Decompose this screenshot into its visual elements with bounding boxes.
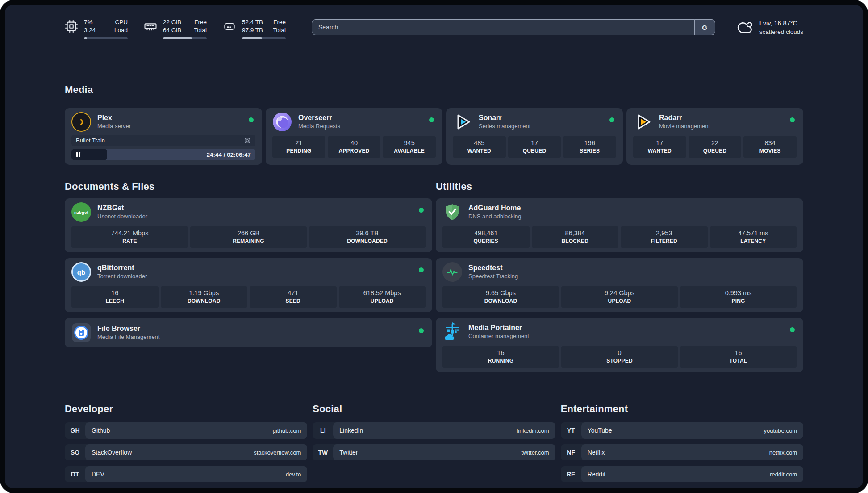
search-input[interactable] [312,19,715,35]
disk-labels: FreeTotal [273,18,286,34]
link-name: StackOverflow [92,449,132,456]
link-row-youtube[interactable]: YT YouTube youtube.com [561,422,803,439]
link-abbrev: NF [561,444,581,460]
app-card-sonarr[interactable]: Sonarr Series management 485 WANTED 17 Q… [446,108,623,165]
link-row-reddit[interactable]: RE Reddit reddit.com [561,466,803,482]
header-bar: 7%3.24 CPULoad [65,18,803,39]
section-documents: Documents & Files nzbget NZBGet Usenet d… [65,181,432,372]
section-title-developer: Developer [65,403,307,415]
app-title: AdGuard Home [468,204,522,213]
stat-value: 196 [564,139,615,147]
app-title: NZBGet [97,204,147,213]
stat-label: TOTAL [681,357,796,364]
link-row-dev[interactable]: DT DEV dev.to [65,466,307,482]
weather-location-temp: Lviv, 16.87°C [760,19,803,28]
stat-label: REMAINING [191,238,306,245]
stat-value: 266 GB [191,229,306,238]
stat-label: DOWNLOAD [443,297,558,305]
app-card-overseerr[interactable]: Overseerr Media Requests 21 PENDING 40 A… [266,108,442,165]
stat-label: WANTED [634,147,685,155]
stat-label: MOVIES [744,147,796,155]
app-subtitle: DNS and adblocking [468,213,522,221]
stat-tile: 485 WANTED [453,136,506,158]
link-url: linkedin.com [517,427,549,434]
stat-label: AVAILABLE [384,147,435,155]
settings-icon[interactable] [244,137,251,144]
app-card-portainer[interactable]: Media Portainer Container management 16 … [436,318,803,372]
app-title: Radarr [659,113,710,122]
section-title-media: Media [65,84,803,96]
link-name: Github [92,427,110,434]
stat-tile: 945 AVAILABLE [383,136,436,158]
app-card-qbittorrent[interactable]: qb qBittorrent Torrent downloader 16 LEE… [65,258,432,312]
system-stats: 7%3.24 CPULoad [65,18,286,39]
ram-icon [144,20,157,33]
app-subtitle: Series management [479,123,530,130]
stat-label: LEECH [72,297,158,305]
cpu-progress-bar [84,37,128,39]
cpu-icon [65,20,78,33]
app-title: Overseerr [298,113,340,122]
link-pill: Reddit reddit.com [581,466,803,482]
stat-tile: 22 QUEUED [689,136,742,158]
stat-label: QUEUED [509,147,560,155]
app-subtitle: Container management [468,333,529,340]
stat-tile: 744.21 Mbps RATE [71,226,188,248]
sonarr-icon [453,112,472,132]
stat-label: SERIES [564,147,615,155]
app-card-plex[interactable]: Plex Media server Bullet Train 24:44 [65,108,262,165]
stat-label: WANTED [454,147,505,155]
app-subtitle: Media File Management [97,334,159,341]
section-title-social: Social [313,403,555,415]
stat-label: PENDING [273,147,325,155]
stat-label: SEED [250,297,336,305]
stat-label: DOWNLOAD [162,297,247,305]
link-url: dev.to [286,471,301,478]
link-abbrev: GH [65,422,85,439]
disk-values: 52.4 TB97.9 TB [242,18,263,34]
search-engine-button[interactable]: G [694,19,715,35]
stat-tile: 0 STOPPED [561,346,678,368]
stat-tile: 834 MOVIES [743,136,797,158]
app-card-radarr[interactable]: Radarr Movie management 17 WANTED 22 QUE… [626,108,803,165]
link-abbrev: DT [65,466,85,482]
link-row-github[interactable]: GH Github github.com [65,422,307,439]
link-row-linkedin[interactable]: LI LinkedIn linkedin.com [313,422,555,439]
stat-label: LATENCY [711,238,796,245]
app-title: Sonarr [479,113,530,122]
playback-progress-bar[interactable]: 24:44 / 02:06:47 [71,149,255,160]
stat-tile: 618.52 Mbps UPLOAD [339,286,426,308]
link-row-twitter[interactable]: TW Twitter twitter.com [313,444,555,460]
stat-value: 39.6 TB [310,229,425,238]
app-card-adguard[interactable]: AdGuard Home DNS and adblocking 498,461 … [436,198,803,252]
link-url: netflix.com [769,449,797,456]
section-title-utilities: Utilities [436,181,803,192]
dashboard: 7%3.24 CPULoad [5,5,863,488]
stat-value: 22 [689,139,741,147]
section-title-entertainment: Entertainment [561,403,803,415]
link-pill: YouTube youtube.com [581,422,803,439]
link-row-netflix[interactable]: NF Netflix netflix.com [561,444,803,460]
stat-value: 9.65 Gbps [443,289,558,297]
cpu-stat-widget: 7%3.24 CPULoad [65,18,128,39]
stat-label: BLOCKED [533,238,618,245]
app-card-filebrowser[interactable]: File Browser Media File Management [65,318,432,347]
stat-value: 17 [509,139,560,147]
memory-stat-widget: 22 GiB64 GiB FreeTotal [144,18,207,39]
pause-icon[interactable] [76,152,80,157]
stat-label: RATE [72,238,187,245]
app-card-speedtest[interactable]: Speedtest Speedtest Tracking 9.65 Gbps D… [436,258,803,312]
stat-tile: 471 SEED [250,286,337,308]
link-url: stackoverflow.com [254,449,301,456]
link-abbrev: TW [313,444,333,460]
stat-value: 834 [744,139,796,147]
app-title: File Browser [97,324,159,333]
stat-tile: 16 TOTAL [680,346,797,368]
app-card-nzbget[interactable]: nzbget NZBGet Usenet downloader 744.21 M… [65,198,432,252]
adguard-icon [442,202,462,222]
link-abbrev: RE [561,466,581,482]
stat-tile: 266 GB REMAINING [190,226,307,248]
app-subtitle: Movie management [659,123,710,130]
stat-label: QUEUED [689,147,741,155]
link-row-stackoverflow[interactable]: SO StackOverflow stackoverflow.com [65,444,307,460]
